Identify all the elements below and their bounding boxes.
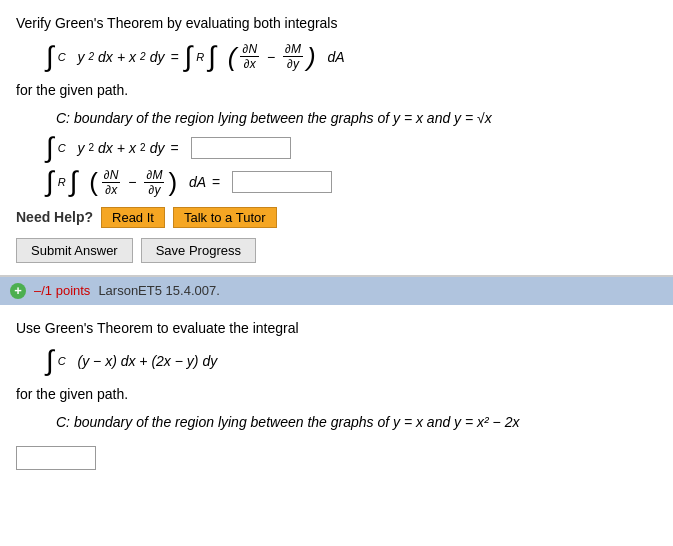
main-equation: ∫C y2 dx + x2 dy = ∫R ∫ ( ∂N ∂x − ∂M ∂y … [46,42,657,71]
problem2-answer-row [16,438,657,470]
partial-N-fraction2: ∂N ∂x [102,168,121,197]
partial-M-fraction2: ∂M ∂y [144,168,164,197]
p2-line-integral: ∫C (y − x) dx + (2x − y) dy [46,347,217,375]
partial-N-fraction: ∂N ∂x [240,42,259,71]
right-integral: ∫R ∫ ( ∂N ∂x − ∂M ∂y ) dA [185,42,345,71]
read-it-button[interactable]: Read It [101,207,165,228]
save-progress-button[interactable]: Save Progress [141,238,256,263]
problem2-answer-input[interactable] [16,446,96,470]
problem2-integral: ∫C (y − x) dx + (2x − y) dy [46,347,657,375]
submit-row: Submit Answer Save Progress [16,238,657,263]
double-integral-answer-row: ∫R ∫ ( ∂N ∂x − ∂M ∂y ) dA = [46,168,657,197]
line-integral-answer: ∫C y2 dx + x2 dy [46,134,164,162]
points-label: –/1 points [34,283,90,298]
double-integral-input[interactable] [232,171,332,193]
line-integral-input[interactable] [191,137,291,159]
problem-id: LarsonET5 15.4.007. [98,283,219,298]
partial-M-fraction: ∂M ∂y [283,42,303,71]
problem2-curve-desc: C: boundary of the region lying between … [56,414,657,430]
problem1-intro: Verify Green's Theorem by evaluating bot… [16,12,657,34]
plus-icon[interactable]: + [10,283,26,299]
problem2-path-desc: for the given path. [16,383,657,405]
left-integral: ∫C y2 dx + x2 dy [46,43,164,71]
need-help-row: Need Help? Read It Talk to a Tutor [16,207,657,228]
talk-to-tutor-button[interactable]: Talk to a Tutor [173,207,277,228]
problem2-intro: Use Green's Theorem to evaluate the inte… [16,317,657,339]
problem2-section: Use Green's Theorem to evaluate the inte… [0,305,673,482]
line-integral-answer-row: ∫C y2 dx + x2 dy = [46,134,657,162]
problem2-header: + –/1 points LarsonET5 15.4.007. [0,277,673,305]
submit-answer-button[interactable]: Submit Answer [16,238,133,263]
problem1-curve-desc: C: boundary of the region lying between … [56,110,657,126]
need-help-label: Need Help? [16,209,93,225]
problem1-path-desc: for the given path. [16,79,657,101]
problem1-section: Verify Green's Theorem by evaluating bot… [0,0,673,276]
double-integral-answer: ∫R ∫ ( ∂N ∂x − ∂M ∂y ) dA [46,168,206,197]
